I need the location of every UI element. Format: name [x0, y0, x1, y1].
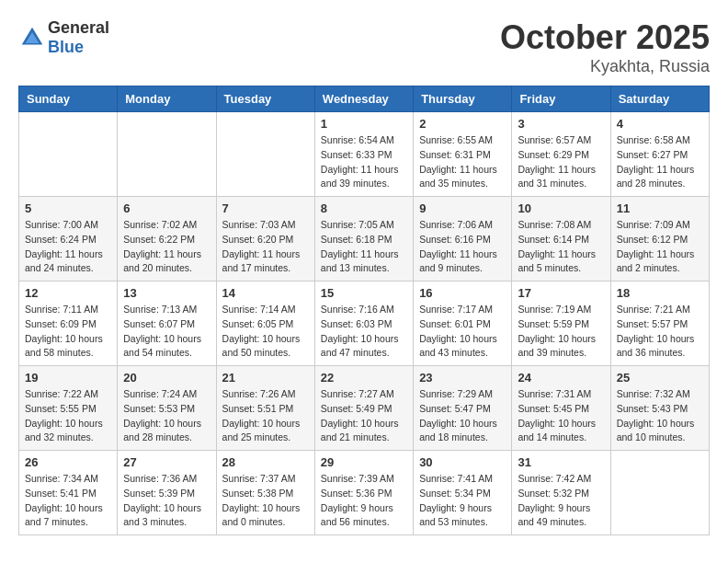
- day-info: Sunrise: 7:32 AM Sunset: 5:43 PM Dayligh…: [617, 387, 703, 445]
- weekday-header-row: SundayMondayTuesdayWednesdayThursdayFrid…: [19, 86, 710, 112]
- day-info: Sunrise: 6:55 AM Sunset: 6:31 PM Dayligh…: [419, 133, 506, 191]
- calendar-day-27: 27Sunrise: 7:36 AM Sunset: 5:39 PM Dayli…: [118, 451, 216, 535]
- calendar-week-row: 26Sunrise: 7:34 AM Sunset: 5:41 PM Dayli…: [19, 451, 710, 535]
- day-number: 6: [123, 201, 210, 215]
- weekday-header-saturday: Saturday: [610, 86, 709, 112]
- day-number: 16: [419, 286, 506, 300]
- day-info: Sunrise: 7:37 AM Sunset: 5:38 PM Dayligh…: [222, 472, 309, 530]
- day-info: Sunrise: 7:22 AM Sunset: 5:55 PM Dayligh…: [25, 387, 111, 445]
- calendar-day-17: 17Sunrise: 7:19 AM Sunset: 5:59 PM Dayli…: [512, 282, 610, 366]
- day-info: Sunrise: 7:31 AM Sunset: 5:45 PM Dayligh…: [518, 387, 604, 445]
- day-number: 8: [321, 201, 407, 215]
- day-info: Sunrise: 7:21 AM Sunset: 5:57 PM Dayligh…: [617, 303, 703, 361]
- calendar-day-19: 19Sunrise: 7:22 AM Sunset: 5:55 PM Dayli…: [19, 366, 118, 451]
- weekday-header-tuesday: Tuesday: [216, 86, 314, 112]
- calendar-day-5: 5Sunrise: 7:00 AM Sunset: 6:24 PM Daylig…: [19, 197, 118, 282]
- day-number: 30: [419, 455, 506, 469]
- calendar-week-row: 12Sunrise: 7:11 AM Sunset: 6:09 PM Dayli…: [19, 282, 710, 366]
- day-number: 17: [518, 286, 604, 300]
- logo-general: General: [48, 18, 109, 37]
- day-number: 19: [25, 371, 111, 385]
- calendar-day-31: 31Sunrise: 7:42 AM Sunset: 5:32 PM Dayli…: [512, 451, 610, 535]
- day-number: 4: [617, 117, 703, 131]
- day-info: Sunrise: 6:58 AM Sunset: 6:27 PM Dayligh…: [617, 133, 703, 191]
- calendar-day-2: 2Sunrise: 6:55 AM Sunset: 6:31 PM Daylig…: [414, 112, 512, 197]
- day-number: 3: [518, 117, 604, 131]
- day-number: 5: [25, 201, 111, 215]
- calendar-day-20: 20Sunrise: 7:24 AM Sunset: 5:53 PM Dayli…: [118, 366, 216, 451]
- calendar-day-14: 14Sunrise: 7:14 AM Sunset: 6:05 PM Dayli…: [216, 282, 314, 366]
- calendar-day-28: 28Sunrise: 7:37 AM Sunset: 5:38 PM Dayli…: [216, 451, 314, 535]
- calendar-day-7: 7Sunrise: 7:03 AM Sunset: 6:20 PM Daylig…: [216, 197, 314, 282]
- location-title: Kyakhta, Russia: [500, 57, 710, 76]
- logo-blue: Blue: [48, 38, 84, 56]
- day-number: 15: [321, 286, 407, 300]
- calendar-day-16: 16Sunrise: 7:17 AM Sunset: 6:01 PM Dayli…: [414, 282, 512, 366]
- day-number: 27: [123, 455, 210, 469]
- calendar-day-21: 21Sunrise: 7:26 AM Sunset: 5:51 PM Dayli…: [216, 366, 314, 451]
- day-info: Sunrise: 6:57 AM Sunset: 6:29 PM Dayligh…: [518, 133, 604, 191]
- logo: General Blue: [18, 18, 109, 57]
- day-number: 28: [222, 455, 309, 469]
- day-info: Sunrise: 7:14 AM Sunset: 6:05 PM Dayligh…: [222, 303, 309, 361]
- day-info: Sunrise: 7:39 AM Sunset: 5:36 PM Dayligh…: [321, 472, 407, 530]
- calendar-day-8: 8Sunrise: 7:05 AM Sunset: 6:18 PM Daylig…: [314, 197, 413, 282]
- day-info: Sunrise: 7:03 AM Sunset: 6:20 PM Dayligh…: [222, 218, 309, 276]
- weekday-header-sunday: Sunday: [19, 86, 118, 112]
- day-info: Sunrise: 7:13 AM Sunset: 6:07 PM Dayligh…: [123, 303, 210, 361]
- day-number: 7: [222, 201, 309, 215]
- day-info: Sunrise: 7:27 AM Sunset: 5:49 PM Dayligh…: [321, 387, 407, 445]
- day-info: Sunrise: 7:06 AM Sunset: 6:16 PM Dayligh…: [419, 218, 506, 276]
- calendar-day-30: 30Sunrise: 7:41 AM Sunset: 5:34 PM Dayli…: [414, 451, 512, 535]
- day-info: Sunrise: 7:11 AM Sunset: 6:09 PM Dayligh…: [25, 303, 111, 361]
- calendar-empty-cell: [19, 112, 118, 197]
- day-number: 20: [123, 371, 210, 385]
- day-info: Sunrise: 6:54 AM Sunset: 6:33 PM Dayligh…: [321, 133, 407, 191]
- day-number: 11: [617, 201, 703, 215]
- calendar-day-29: 29Sunrise: 7:39 AM Sunset: 5:36 PM Dayli…: [314, 451, 413, 535]
- day-info: Sunrise: 7:42 AM Sunset: 5:32 PM Dayligh…: [518, 472, 604, 530]
- day-info: Sunrise: 7:34 AM Sunset: 5:41 PM Dayligh…: [25, 472, 111, 530]
- day-info: Sunrise: 7:08 AM Sunset: 6:14 PM Dayligh…: [518, 218, 604, 276]
- calendar-day-10: 10Sunrise: 7:08 AM Sunset: 6:14 PM Dayli…: [512, 197, 610, 282]
- calendar-day-12: 12Sunrise: 7:11 AM Sunset: 6:09 PM Dayli…: [19, 282, 118, 366]
- calendar-week-row: 19Sunrise: 7:22 AM Sunset: 5:55 PM Dayli…: [19, 366, 710, 451]
- page-header: General Blue October 2025 Kyakhta, Russi…: [18, 18, 710, 76]
- weekday-header-friday: Friday: [512, 86, 610, 112]
- calendar-empty-cell: [216, 112, 314, 197]
- day-info: Sunrise: 7:19 AM Sunset: 5:59 PM Dayligh…: [518, 303, 604, 361]
- month-title: October 2025: [500, 18, 710, 57]
- day-number: 29: [321, 455, 407, 469]
- calendar-week-row: 1Sunrise: 6:54 AM Sunset: 6:33 PM Daylig…: [19, 112, 710, 197]
- weekday-header-monday: Monday: [118, 86, 216, 112]
- calendar-day-3: 3Sunrise: 6:57 AM Sunset: 6:29 PM Daylig…: [512, 112, 610, 197]
- day-number: 12: [25, 286, 111, 300]
- day-number: 18: [617, 286, 703, 300]
- day-info: Sunrise: 7:00 AM Sunset: 6:24 PM Dayligh…: [25, 218, 111, 276]
- calendar-day-11: 11Sunrise: 7:09 AM Sunset: 6:12 PM Dayli…: [610, 197, 709, 282]
- calendar-day-26: 26Sunrise: 7:34 AM Sunset: 5:41 PM Dayli…: [19, 451, 118, 535]
- day-info: Sunrise: 7:29 AM Sunset: 5:47 PM Dayligh…: [419, 387, 506, 445]
- calendar-day-24: 24Sunrise: 7:31 AM Sunset: 5:45 PM Dayli…: [512, 366, 610, 451]
- calendar-day-23: 23Sunrise: 7:29 AM Sunset: 5:47 PM Dayli…: [414, 366, 512, 451]
- day-number: 25: [617, 371, 703, 385]
- day-number: 21: [222, 371, 309, 385]
- calendar-table: SundayMondayTuesdayWednesdayThursdayFrid…: [18, 86, 710, 535]
- day-info: Sunrise: 7:41 AM Sunset: 5:34 PM Dayligh…: [419, 472, 506, 530]
- logo-icon: [18, 24, 46, 52]
- day-number: 14: [222, 286, 309, 300]
- day-info: Sunrise: 7:02 AM Sunset: 6:22 PM Dayligh…: [123, 218, 210, 276]
- calendar-day-1: 1Sunrise: 6:54 AM Sunset: 6:33 PM Daylig…: [314, 112, 413, 197]
- day-number: 24: [518, 371, 604, 385]
- day-info: Sunrise: 7:05 AM Sunset: 6:18 PM Dayligh…: [321, 218, 407, 276]
- day-number: 23: [419, 371, 506, 385]
- day-info: Sunrise: 7:26 AM Sunset: 5:51 PM Dayligh…: [222, 387, 309, 445]
- calendar-day-9: 9Sunrise: 7:06 AM Sunset: 6:16 PM Daylig…: [414, 197, 512, 282]
- day-number: 9: [419, 201, 506, 215]
- day-number: 10: [518, 201, 604, 215]
- day-number: 22: [321, 371, 407, 385]
- calendar-day-25: 25Sunrise: 7:32 AM Sunset: 5:43 PM Dayli…: [610, 366, 709, 451]
- calendar-empty-cell: [118, 112, 216, 197]
- weekday-header-wednesday: Wednesday: [314, 86, 413, 112]
- calendar-day-18: 18Sunrise: 7:21 AM Sunset: 5:57 PM Dayli…: [610, 282, 709, 366]
